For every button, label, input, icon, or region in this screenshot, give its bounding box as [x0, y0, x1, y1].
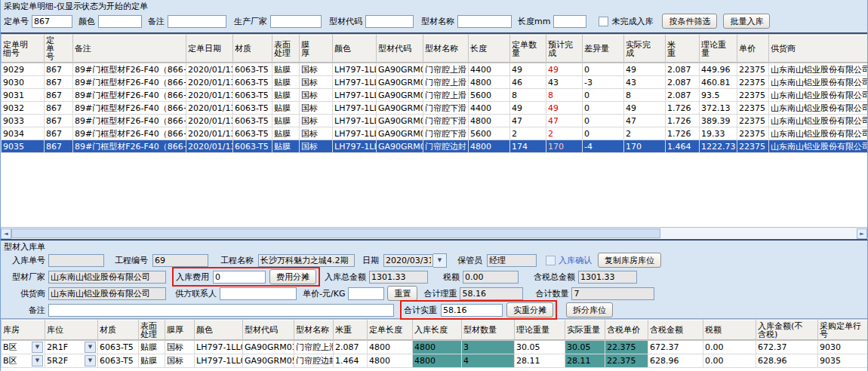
cell[interactable]: 6063-T5 — [233, 63, 272, 76]
cell[interactable]: 国标 — [300, 76, 333, 89]
cell[interactable]: 22375 — [737, 127, 769, 140]
table-row[interactable]: 903586789#门框型材F26-F40（866+867）2020/01/13… — [2, 140, 868, 153]
date-input[interactable] — [383, 254, 433, 267]
cell[interactable]: 9032 — [2, 102, 45, 115]
column-header[interactable]: 材质 — [98, 320, 139, 341]
cell[interactable]: 89#门框型材F26-F40（866+867） — [73, 140, 186, 153]
cell[interactable]: 22.375 — [605, 354, 648, 368]
cell[interactable]: 贴膜 — [272, 115, 300, 127]
cell[interactable]: 4 — [462, 354, 515, 368]
cell[interactable]: LH797-1LL0 — [333, 127, 377, 140]
cell[interactable]: 门帘腔上滑 — [294, 341, 334, 354]
cell[interactable]: 672.37 — [756, 341, 818, 354]
column-header[interactable]: 含税金额 — [648, 320, 703, 341]
cell[interactable]: 1222.73 — [700, 140, 737, 153]
column-header[interactable]: 材质 — [233, 35, 272, 63]
cell[interactable]: 0 — [583, 115, 624, 127]
cell[interactable]: 门帘腔边封 — [423, 140, 469, 153]
cell[interactable]: 2020/01/13 — [186, 115, 233, 127]
column-header[interactable]: 表面 处理 — [272, 35, 300, 63]
cell[interactable]: 2020/01/13 — [186, 89, 233, 102]
table-row[interactable]: B区▼2R1F▼6063-T5贴膜国标LH797-1LL0GA90GRM03门帘… — [2, 341, 868, 354]
unfinished-inbound-checkbox[interactable] — [599, 17, 608, 26]
cell[interactable]: 1.464 — [666, 140, 700, 153]
column-header[interactable]: 定单数 量 — [510, 35, 546, 63]
column-header[interactable]: 型材代码 — [243, 320, 294, 341]
cell[interactable]: 国标 — [300, 89, 333, 102]
profile-code-input[interactable] — [365, 15, 414, 28]
cell[interactable]: 22375 — [737, 115, 769, 127]
cell[interactable]: 170 — [546, 140, 583, 153]
cell[interactable]: 93.5 — [700, 89, 737, 102]
table-row[interactable]: 903086789#门框型材F26-F40（866+867）2020/01/13… — [2, 76, 868, 89]
cell[interactable]: LH797-1LL0 — [333, 63, 377, 76]
cell[interactable]: 0.00 — [703, 354, 756, 368]
cell[interactable]: 49 — [546, 63, 583, 76]
cell[interactable]: 4800 — [413, 354, 462, 368]
cell[interactable]: 174 — [510, 140, 546, 153]
cell[interactable]: 43 — [624, 76, 666, 89]
cell[interactable]: -3 — [583, 76, 624, 89]
cell[interactable]: 4400 — [469, 102, 510, 115]
cell[interactable]: 山东南山铝业股份有限公司 — [769, 127, 868, 140]
cell[interactable]: 1.726 — [666, 102, 700, 115]
cell[interactable]: 4800 — [413, 341, 462, 354]
cell[interactable]: GA90GRM05 — [377, 140, 423, 153]
cell[interactable]: 门帘腔上滑 — [423, 89, 469, 102]
cell[interactable]: 6063-T5 — [233, 115, 272, 127]
cell[interactable]: 89#门框型材F26-F40（866+867） — [73, 63, 186, 76]
table-row[interactable]: 903286789#门框型材F26-F40（866+867）2020/01/13… — [2, 102, 868, 115]
cell[interactable]: 门帘腔下滑 — [423, 115, 469, 127]
supplier-input[interactable] — [48, 287, 166, 300]
cell[interactable]: 89#门框型材F26-F40（866+867） — [73, 102, 186, 115]
cell[interactable]: 43 — [546, 76, 583, 89]
sum-theory-weight-input[interactable] — [460, 287, 523, 300]
column-header[interactable]: 颜色 — [333, 35, 377, 63]
cell[interactable]: 867 — [45, 102, 73, 115]
cell[interactable]: 30.05 — [565, 341, 605, 354]
cell[interactable]: 山东南山铝业股份有限公司 — [769, 140, 868, 153]
cell[interactable]: 628.96 — [648, 354, 703, 368]
cell[interactable]: 山东南山铝业股份有限公司 — [769, 115, 868, 127]
cell[interactable]: 2 — [624, 127, 666, 140]
profile-maker-input[interactable] — [48, 271, 166, 284]
cell[interactable]: 170 — [624, 140, 666, 153]
cell[interactable]: 2R1F▼ — [45, 341, 98, 354]
cell[interactable]: 国标 — [165, 354, 195, 368]
cell[interactable]: B区▼ — [2, 341, 45, 354]
cell[interactable]: 867 — [45, 127, 73, 140]
cell[interactable]: 6063-T5 — [233, 102, 272, 115]
cell[interactable]: 49 — [546, 102, 583, 115]
column-header[interactable]: 定单长度 — [368, 320, 413, 341]
cell[interactable]: 0.00 — [703, 341, 756, 354]
scroll-left-icon[interactable]: ◄ — [1, 228, 11, 239]
tax-input[interactable] — [463, 271, 519, 284]
cell[interactable]: 6063-T5 — [233, 127, 272, 140]
column-header[interactable]: 库房 — [2, 320, 45, 341]
cell[interactable]: 1.726 — [666, 127, 700, 140]
cell[interactable]: LH797-1LL0 — [333, 76, 377, 89]
column-header[interactable]: 型材名称 — [294, 320, 334, 341]
column-header[interactable]: 颜色 — [195, 320, 243, 341]
cell[interactable]: LH797-1LL0 — [195, 354, 243, 368]
unit-price-input[interactable] — [348, 287, 384, 300]
length-input[interactable] — [553, 15, 586, 28]
cell[interactable]: 9035 — [818, 354, 868, 368]
cell[interactable]: 4800 — [469, 115, 510, 127]
cell[interactable]: 山东南山铝业股份有限公司 — [769, 76, 868, 89]
cell[interactable]: GA90GRM03 — [377, 76, 423, 89]
scroll-thumb[interactable] — [11, 228, 660, 238]
cell[interactable]: 2020/01/13 — [186, 76, 233, 89]
calendar-dropdown-icon[interactable]: ▼ — [433, 253, 447, 268]
cell[interactable]: 22375 — [737, 140, 769, 153]
cell[interactable]: 2 — [510, 127, 546, 140]
cell[interactable]: 49 — [624, 63, 666, 76]
cell[interactable]: 22375 — [737, 89, 769, 102]
cell[interactable]: 0 — [583, 63, 624, 76]
cell[interactable]: 8 — [624, 89, 666, 102]
cell[interactable]: 贴膜 — [272, 127, 300, 140]
column-header[interactable]: 定 单 号 — [45, 35, 73, 63]
inbound-fee-input[interactable] — [213, 271, 266, 284]
cell[interactable]: GA90GRM04 — [377, 127, 423, 140]
column-header[interactable]: 税额 — [703, 320, 756, 341]
